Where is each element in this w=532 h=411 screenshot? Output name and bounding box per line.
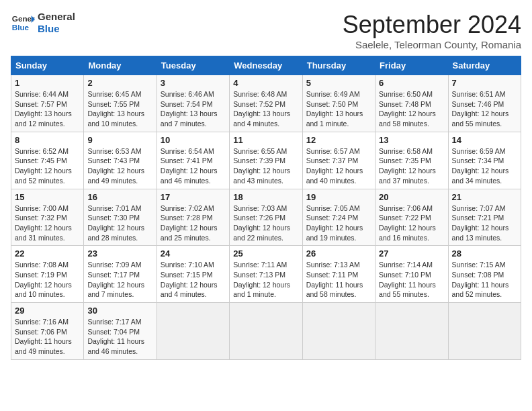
column-header-monday: Monday <box>84 56 157 75</box>
day-info: Sunrise: 7:17 AM Sunset: 7:04 PM Dayligh… <box>87 317 152 357</box>
column-header-sunday: Sunday <box>11 56 84 75</box>
day-number: 8 <box>15 135 80 145</box>
calendar-cell: 11Sunrise: 6:55 AM Sunset: 7:39 PM Dayli… <box>230 132 302 189</box>
day-number: 14 <box>452 135 517 145</box>
day-number: 10 <box>161 135 226 145</box>
day-info: Sunrise: 7:08 AM Sunset: 7:19 PM Dayligh… <box>15 260 80 300</box>
day-number: 15 <box>15 192 80 202</box>
calendar-cell: 25Sunrise: 7:11 AM Sunset: 7:13 PM Dayli… <box>230 246 302 303</box>
calendar-table: SundayMondayTuesdayWednesdayThursdayFrid… <box>11 56 521 360</box>
calendar-cell: 16Sunrise: 7:01 AM Sunset: 7:30 PM Dayli… <box>84 189 157 246</box>
day-number: 17 <box>161 192 226 202</box>
calendar-header-row: SundayMondayTuesdayWednesdayThursdayFrid… <box>11 56 521 75</box>
calendar-body: 1Sunrise: 6:44 AM Sunset: 7:57 PM Daylig… <box>11 75 521 360</box>
calendar-cell: 10Sunrise: 6:54 AM Sunset: 7:41 PM Dayli… <box>157 132 229 189</box>
calendar-cell: 26Sunrise: 7:13 AM Sunset: 7:11 PM Dayli… <box>302 246 375 303</box>
logo-blue-text: Blue <box>38 23 75 35</box>
day-number: 4 <box>233 78 298 88</box>
calendar-week-5: 29Sunrise: 7:16 AM Sunset: 7:06 PM Dayli… <box>11 303 521 360</box>
calendar-cell: 27Sunrise: 7:14 AM Sunset: 7:10 PM Dayli… <box>375 246 448 303</box>
day-number: 25 <box>233 248 298 259</box>
calendar-cell: 6Sunrise: 6:50 AM Sunset: 7:48 PM Daylig… <box>375 75 448 132</box>
calendar-cell: 20Sunrise: 7:06 AM Sunset: 7:22 PM Dayli… <box>375 189 448 246</box>
calendar-week-4: 22Sunrise: 7:08 AM Sunset: 7:19 PM Dayli… <box>11 246 521 303</box>
day-number: 7 <box>452 78 517 88</box>
day-number: 21 <box>452 192 517 202</box>
calendar-cell: 4Sunrise: 6:48 AM Sunset: 7:52 PM Daylig… <box>230 75 302 132</box>
day-number: 3 <box>161 78 226 88</box>
day-number: 28 <box>452 248 517 259</box>
day-info: Sunrise: 6:49 AM Sunset: 7:50 PM Dayligh… <box>306 89 371 129</box>
day-info: Sunrise: 6:53 AM Sunset: 7:43 PM Dayligh… <box>87 146 152 186</box>
day-info: Sunrise: 6:54 AM Sunset: 7:41 PM Dayligh… <box>161 146 226 186</box>
calendar-cell <box>302 303 375 360</box>
day-number: 13 <box>379 135 444 145</box>
day-number: 30 <box>87 306 152 316</box>
day-info: Sunrise: 6:51 AM Sunset: 7:46 PM Dayligh… <box>452 89 517 129</box>
calendar-cell: 17Sunrise: 7:02 AM Sunset: 7:28 PM Dayli… <box>157 189 229 246</box>
calendar-cell: 12Sunrise: 6:57 AM Sunset: 7:37 PM Dayli… <box>302 132 375 189</box>
calendar-week-1: 1Sunrise: 6:44 AM Sunset: 7:57 PM Daylig… <box>11 75 521 132</box>
day-info: Sunrise: 7:00 AM Sunset: 7:32 PM Dayligh… <box>15 203 80 243</box>
day-info: Sunrise: 7:02 AM Sunset: 7:28 PM Dayligh… <box>161 203 226 243</box>
day-info: Sunrise: 6:44 AM Sunset: 7:57 PM Dayligh… <box>15 89 80 129</box>
calendar-week-3: 15Sunrise: 7:00 AM Sunset: 7:32 PM Dayli… <box>11 189 521 246</box>
calendar-cell: 5Sunrise: 6:49 AM Sunset: 7:50 PM Daylig… <box>302 75 375 132</box>
calendar-cell: 18Sunrise: 7:03 AM Sunset: 7:26 PM Dayli… <box>230 189 302 246</box>
day-info: Sunrise: 7:15 AM Sunset: 7:08 PM Dayligh… <box>452 260 517 300</box>
calendar-cell <box>230 303 302 360</box>
day-number: 26 <box>306 248 371 259</box>
column-header-thursday: Thursday <box>302 56 375 75</box>
day-info: Sunrise: 6:48 AM Sunset: 7:52 PM Dayligh… <box>233 89 298 129</box>
day-info: Sunrise: 6:45 AM Sunset: 7:55 PM Dayligh… <box>87 89 152 129</box>
page-header: General Blue General Blue September 2024… <box>11 11 521 50</box>
calendar-cell: 28Sunrise: 7:15 AM Sunset: 7:08 PM Dayli… <box>448 246 521 303</box>
day-number: 5 <box>306 78 371 88</box>
column-header-wednesday: Wednesday <box>230 56 302 75</box>
day-number: 16 <box>87 192 152 202</box>
calendar-cell: 8Sunrise: 6:52 AM Sunset: 7:45 PM Daylig… <box>11 132 84 189</box>
day-info: Sunrise: 7:06 AM Sunset: 7:22 PM Dayligh… <box>379 203 444 243</box>
day-number: 22 <box>15 248 80 259</box>
calendar-cell: 2Sunrise: 6:45 AM Sunset: 7:55 PM Daylig… <box>84 75 157 132</box>
calendar-cell: 9Sunrise: 6:53 AM Sunset: 7:43 PM Daylig… <box>84 132 157 189</box>
calendar-week-2: 8Sunrise: 6:52 AM Sunset: 7:45 PM Daylig… <box>11 132 521 189</box>
day-info: Sunrise: 7:10 AM Sunset: 7:15 PM Dayligh… <box>161 260 226 300</box>
day-info: Sunrise: 7:09 AM Sunset: 7:17 PM Dayligh… <box>87 260 152 300</box>
day-info: Sunrise: 7:07 AM Sunset: 7:21 PM Dayligh… <box>452 203 517 243</box>
calendar-cell: 7Sunrise: 6:51 AM Sunset: 7:46 PM Daylig… <box>448 75 521 132</box>
day-info: Sunrise: 7:16 AM Sunset: 7:06 PM Dayligh… <box>15 317 80 357</box>
calendar-cell: 14Sunrise: 6:59 AM Sunset: 7:34 PM Dayli… <box>448 132 521 189</box>
calendar-cell: 29Sunrise: 7:16 AM Sunset: 7:06 PM Dayli… <box>11 303 84 360</box>
calendar-cell: 19Sunrise: 7:05 AM Sunset: 7:24 PM Dayli… <box>302 189 375 246</box>
day-number: 12 <box>306 135 371 145</box>
day-number: 23 <box>87 248 152 259</box>
logo-icon: General Blue <box>11 11 35 35</box>
logo-general-text: General <box>38 11 75 23</box>
calendar-cell: 22Sunrise: 7:08 AM Sunset: 7:19 PM Dayli… <box>11 246 84 303</box>
calendar-cell <box>375 303 448 360</box>
svg-text:Blue: Blue <box>12 23 30 32</box>
calendar-cell: 1Sunrise: 6:44 AM Sunset: 7:57 PM Daylig… <box>11 75 84 132</box>
day-number: 29 <box>15 306 80 316</box>
day-number: 6 <box>379 78 444 88</box>
calendar-cell: 21Sunrise: 7:07 AM Sunset: 7:21 PM Dayli… <box>448 189 521 246</box>
day-info: Sunrise: 6:52 AM Sunset: 7:45 PM Dayligh… <box>15 146 80 186</box>
calendar-subtitle: Saelele, Teleorman County, Romania <box>343 39 521 50</box>
day-number: 11 <box>233 135 298 145</box>
calendar-cell: 30Sunrise: 7:17 AM Sunset: 7:04 PM Dayli… <box>84 303 157 360</box>
calendar-cell: 15Sunrise: 7:00 AM Sunset: 7:32 PM Dayli… <box>11 189 84 246</box>
calendar-cell <box>157 303 229 360</box>
logo: General Blue General Blue <box>11 11 75 35</box>
day-number: 2 <box>87 78 152 88</box>
calendar-cell: 3Sunrise: 6:46 AM Sunset: 7:54 PM Daylig… <box>157 75 229 132</box>
day-info: Sunrise: 6:59 AM Sunset: 7:34 PM Dayligh… <box>452 146 517 186</box>
column-header-tuesday: Tuesday <box>157 56 229 75</box>
day-number: 1 <box>15 78 80 88</box>
column-header-saturday: Saturday <box>448 56 521 75</box>
calendar-title: September 2024 <box>343 11 521 39</box>
calendar-cell: 13Sunrise: 6:58 AM Sunset: 7:35 PM Dayli… <box>375 132 448 189</box>
day-number: 20 <box>379 192 444 202</box>
day-number: 9 <box>87 135 152 145</box>
title-section: September 2024 Saelele, Teleorman County… <box>343 11 521 50</box>
